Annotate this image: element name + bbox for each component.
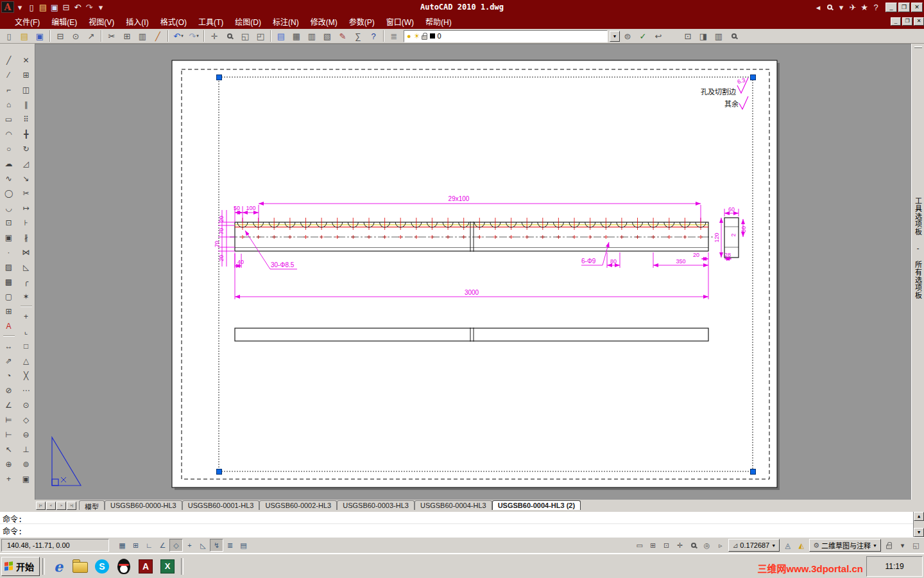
publish-icon[interactable]: ↗ — [83, 30, 99, 43]
menu-help[interactable]: 帮助(H) — [420, 14, 458, 29]
snap-temporary-point-icon[interactable]: + — [19, 309, 33, 324]
command-scrollbar[interactable]: ▲ ▼ — [913, 512, 924, 537]
annotation-visibility-icon[interactable]: ◬ — [781, 539, 794, 552]
window-minimize-button[interactable]: _ — [886, 3, 897, 12]
dim-baseline-icon[interactable]: ⊨ — [1, 412, 16, 427]
tool-make-block-icon[interactable]: ▣ — [1, 230, 16, 245]
tool-rotate-icon[interactable]: ↻ — [19, 141, 33, 156]
viewport-grip[interactable] — [217, 469, 222, 475]
scroll-up-button[interactable]: ▲ — [914, 512, 924, 521]
excel-launcher-icon[interactable]: X — [157, 556, 178, 577]
menu-edit[interactable]: 编辑(E) — [46, 14, 83, 29]
polar-toggle[interactable]: ∠ — [156, 539, 169, 552]
copy-icon[interactable]: ⊞ — [119, 30, 135, 43]
search-arrow-icon[interactable]: ▾ — [835, 1, 847, 13]
menu-browser-arrow-icon[interactable]: ▾ — [14, 1, 26, 13]
save-icon[interactable]: ▣ — [49, 1, 60, 13]
sheetset-manager-icon[interactable]: ▧ — [320, 30, 335, 43]
status-menu-icon[interactable]: ▾ — [896, 539, 909, 552]
plot-toolbar-icon[interactable]: ⊟ — [53, 30, 68, 43]
dyn-toggle[interactable]: ↯ — [210, 539, 223, 552]
skype-launcher-icon[interactable]: S — [91, 556, 113, 577]
showmotion-icon[interactable]: ▹ — [714, 539, 727, 552]
tool-extend-icon[interactable]: ↦ — [19, 200, 33, 215]
viewports-icon[interactable]: ⊡ — [680, 30, 696, 43]
menu-format[interactable]: 格式(O) — [155, 14, 193, 29]
dim-angular-icon[interactable]: ∠ — [1, 398, 16, 412]
tool-table-icon[interactable]: ⊞ — [1, 304, 16, 319]
tool-explode-icon[interactable]: ✶ — [19, 289, 33, 304]
redo-toolbar-icon[interactable]: ↷▾ — [186, 30, 201, 43]
menu-dimension[interactable]: 标注(N) — [267, 14, 305, 29]
steeringwheel-icon[interactable]: ◎ — [700, 539, 714, 552]
match-properties-icon[interactable]: ╱ — [150, 30, 166, 43]
quickcalc-icon[interactable]: ∑ — [350, 30, 366, 43]
snap-extension-icon[interactable]: ⋯ — [19, 383, 33, 398]
layer-on-bulb-icon[interactable]: ● — [407, 32, 411, 40]
tool-palettes-icon[interactable]: ▥ — [304, 30, 320, 43]
multileader-icon[interactable]: ↖ — [1, 442, 16, 457]
qq-launcher-icon[interactable] — [113, 556, 135, 577]
layer-previous-icon[interactable]: ↩ — [651, 30, 666, 43]
snap-toggle[interactable]: ▦ — [116, 539, 129, 552]
help-icon[interactable]: ? — [870, 1, 882, 13]
workspace-switcher[interactable]: ⚙ 二维草图与注释 ▼ — [809, 539, 881, 552]
tool-stretch-icon[interactable]: ↘ — [19, 171, 33, 186]
qnew-toolbar-icon[interactable]: ▯ — [1, 30, 17, 43]
quickview-layouts-icon[interactable]: ⊞ — [646, 539, 660, 552]
cut-icon[interactable]: ✂ — [104, 30, 119, 43]
snap-midpoint-icon[interactable]: △ — [19, 353, 33, 368]
snap-perpendicular-icon[interactable]: ⊥ — [19, 442, 33, 457]
pan-icon[interactable]: ✛ — [207, 30, 222, 43]
tool-ellipse-arc-icon[interactable]: ◡ — [1, 200, 16, 215]
menu-view[interactable]: 视图(V) — [83, 14, 120, 29]
tool-polygon-icon[interactable]: ⌂ — [1, 97, 16, 112]
viewport-grip[interactable] — [751, 469, 756, 475]
autocad-logo-icon[interactable]: A — [1, 1, 14, 13]
menu-insert[interactable]: 插入(I) — [120, 14, 154, 29]
tool-gradient-icon[interactable]: ▩ — [1, 274, 16, 289]
tolerance-icon[interactable]: ⊕ — [1, 457, 16, 471]
tool-circle-icon[interactable]: ○ — [1, 141, 16, 156]
layer-properties-icon[interactable]: ≣ — [386, 30, 402, 43]
otrack-toggle[interactable]: + — [183, 539, 196, 552]
menu-window[interactable]: 窗口(W) — [381, 14, 420, 29]
osnap-toggle[interactable]: ◇ — [169, 539, 183, 552]
tab-nav-last[interactable]: >| — [67, 502, 76, 510]
tab-layout-0001[interactable]: USGSB60-0001-HL3 — [182, 500, 260, 510]
tool-mirror-icon[interactable]: ◫ — [19, 82, 33, 97]
open-toolbar-icon[interactable]: ▤ — [17, 30, 32, 43]
tool-copy-icon[interactable]: ⊞ — [19, 67, 33, 82]
tool-chamfer-icon[interactable]: ◺ — [19, 259, 33, 274]
tool-break-at-point-icon[interactable]: ⊦ — [19, 215, 33, 230]
menu-tools[interactable]: 工具(T) — [193, 14, 229, 29]
drawing-canvas[interactable]: 29x100 50 100 20 70 70 20 40 3000 80 350… — [35, 44, 911, 500]
tool-insert-block-icon[interactable]: ⊡ — [1, 215, 16, 230]
layer-dropdown-arrow[interactable]: ▼ — [610, 31, 620, 42]
chevron-down-icon[interactable]: ▾ — [196, 33, 199, 39]
tool-spline-icon[interactable]: ∿ — [1, 171, 16, 186]
quickview-drawings-icon[interactable]: ⊡ — [660, 539, 673, 552]
tool-ellipse-icon[interactable]: ◯ — [1, 186, 16, 200]
zoom-status-icon[interactable] — [687, 539, 700, 552]
doc-restore-button[interactable]: ❐ — [902, 17, 912, 26]
scroll-down-button[interactable]: ▼ — [914, 528, 924, 537]
tool-array-icon[interactable]: ⠿ — [19, 112, 33, 127]
tool-palettes-bar[interactable]: 工具选项板 - 所有选项板 — [911, 44, 924, 500]
explorer-launcher-icon[interactable] — [69, 556, 91, 577]
favorites-star-icon[interactable]: ★ — [859, 1, 870, 13]
annotation-autoscale-icon[interactable]: ◭ — [794, 539, 808, 552]
tool-arc-icon[interactable]: ◠ — [1, 127, 16, 141]
tool-line-icon[interactable]: ╱ — [1, 53, 16, 67]
layer-color-swatch[interactable] — [430, 33, 435, 39]
tab-layout-0002[interactable]: USGSB60-0002-HL3 — [259, 500, 337, 510]
paste-icon[interactable]: ▥ — [135, 30, 150, 43]
tab-layout-0004-2[interactable]: USGSB60-0004-HL3 (2) — [492, 500, 581, 510]
properties-icon[interactable]: ▤ — [273, 30, 289, 43]
center-mark-icon[interactable]: + — [1, 471, 16, 486]
tool-scale-icon[interactable]: ◿ — [19, 156, 33, 171]
annotation-scale-control[interactable]: ⊿ 0.172687 ▼ — [728, 539, 780, 552]
menu-parametric[interactable]: 参数(P) — [343, 14, 381, 29]
help-button-icon[interactable]: ? — [366, 30, 381, 43]
chevron-down-icon[interactable]: ▾ — [181, 33, 184, 39]
